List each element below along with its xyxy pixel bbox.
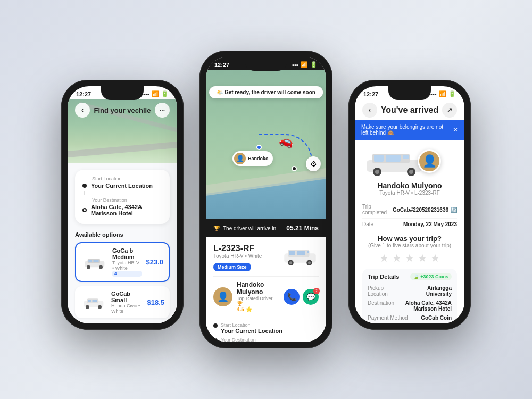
warning-text-3: Make sure your belongings are not left b… <box>361 124 450 136</box>
dest-label-2: Your Destination <box>221 337 315 342</box>
driver-details-2: Handoko Mulyono Top Rated Driver 🏆 4.5 ⭐ <box>237 281 279 312</box>
driver-toast-2: 🌤️ Get ready, the driver will come soon <box>209 86 323 98</box>
share-button-3[interactable]: ↗ <box>442 103 457 118</box>
medium-badge-2: Medium Size <box>213 263 251 271</box>
map-area-1: ‹ Find your vechile ··· <box>68 99 177 163</box>
pickup-val-3: Airlangga University <box>403 285 452 297</box>
driver-map-name: Handoko <box>248 156 269 161</box>
car-option-2[interactable]: GoCab Small Honda Civic • White $18.5 <box>75 286 170 318</box>
pickup-label-3: Pickup Location <box>368 285 403 297</box>
star-5[interactable]: ★ <box>430 252 440 264</box>
status-icons-2: ▪▪▪ 📶 🔋 <box>292 61 318 68</box>
dest-label-3: Destination <box>368 300 394 312</box>
stars-3: ★ ★ ★ ★ ★ <box>362 252 457 264</box>
payment-val-3: GoCab Coin <box>421 315 452 321</box>
status-time-1: 12:27 <box>76 91 91 97</box>
driver-avatar-big-2: 👤 <box>213 287 232 306</box>
svg-rect-5 <box>94 260 99 262</box>
message-button-2[interactable]: 💬 2 <box>303 289 319 305</box>
driver-hero-avatar-3: 👤 <box>418 149 441 173</box>
battery-icon-2: 🔋 <box>310 61 318 68</box>
driver-actions-2: 📞 💬 2 <box>284 289 319 305</box>
car-1-info: GoCa b Medium Toyota HR-V • White 4 <box>112 247 142 277</box>
back-button-3[interactable]: ‹ <box>362 103 377 118</box>
wifi-icon-1: 📶 <box>152 90 159 97</box>
content-1: Start Location Your Current Location You… <box>68 163 177 323</box>
trip-id-block-3[interactable]: GoCab#220520231636 🔄 <box>393 207 457 213</box>
phone-driver-coming: 12:27 ▪▪▪ 📶 🔋 🌤️ Get ready, the driver w… <box>200 51 332 348</box>
start-value-1: Your Current Location <box>91 182 153 189</box>
warning-close-3[interactable]: ✕ <box>453 126 458 134</box>
phone-arrived: 12:27 ▪▪▪ 📶 🔋 ‹ You've arrived ↗ Make su… <box>348 80 471 330</box>
arrival-left-2: 🏆 The driver will arrive in <box>213 226 276 231</box>
car-1-name: GoCa b Medium <box>112 247 142 260</box>
driver-name-2: Handoko Mulyono <box>237 281 279 296</box>
car-img-1 <box>81 254 108 270</box>
dest-label-1: Your Destination <box>92 197 162 203</box>
car-2-name: GoCab Small <box>111 290 143 303</box>
status-icons-1: ▪▪▪ 📶 🔋 <box>143 90 169 97</box>
svg-point-8 <box>86 305 89 309</box>
car-1-badge: 4 <box>112 271 142 277</box>
start-dot-1 <box>82 184 87 188</box>
svg-rect-11 <box>93 300 97 302</box>
start-loc-2: Start Location Your Current Location <box>213 322 319 334</box>
driver-avatar-map-2: 👤 Handoko <box>232 151 273 166</box>
back-button-1[interactable]: ‹ <box>75 103 90 118</box>
car-img-2 <box>80 294 107 310</box>
star-1[interactable]: ★ <box>379 252 389 264</box>
options-title-1: Available options <box>75 231 170 238</box>
arrived-title-3: You've arrived <box>381 105 438 115</box>
svg-rect-19 <box>297 251 305 255</box>
trip-id-val-3: GoCab#220520231636 <box>393 207 448 213</box>
svg-point-24 <box>375 170 379 174</box>
menu-button-1[interactable]: ··· <box>155 103 170 118</box>
phone-1-screen: 12:27 ▪▪▪ 📶 🔋 ‹ Find your vechile ··· St… <box>68 86 177 323</box>
svg-point-2 <box>87 265 90 269</box>
trip-completed-label-3: Trip completed <box>362 204 393 215</box>
driver-car-3: Toyota HR-V • L-2323-RF <box>362 190 457 196</box>
trophy-icon-2: 🏆 <box>213 226 220 231</box>
car-2-info: GoCab Small Honda Civic • White <box>111 290 143 314</box>
msg-badge-2: 2 <box>313 288 320 294</box>
rating-section-3: How was your trip? (Give 1 to five stars… <box>362 230 457 269</box>
refresh-icon-3: 🔄 <box>451 207 457 213</box>
car-option-1[interactable]: GoCa b Medium Toyota HR-V • White 4 $23.… <box>75 242 170 282</box>
svg-rect-20 <box>307 251 309 253</box>
svg-point-9 <box>98 305 102 309</box>
start-block-2: Start Location Your Current Location <box>221 322 282 334</box>
driver-row-2: 👤 Handoko Mulyono Top Rated Driver 🏆 4.5… <box>213 276 319 317</box>
star-3[interactable]: ★ <box>405 252 414 264</box>
phone-3-screen: 12:27 ▪▪▪ 📶 🔋 ‹ You've arrived ↗ Make su… <box>355 86 464 323</box>
svg-point-16 <box>289 261 292 264</box>
driver-tag-2: Top Rated Driver 🏆 <box>237 296 279 306</box>
start-label-1: Start Location <box>92 176 162 181</box>
vehicle-id-2: L-2323-RF <box>213 244 262 253</box>
star-4[interactable]: ★ <box>418 252 427 264</box>
location-card-1: Start Location Your Current Location You… <box>75 170 170 224</box>
driver-name-3: Handoko Mulyono <box>362 181 457 190</box>
start-row-1: Your Current Location <box>82 182 162 189</box>
signal-icon-2: ▪▪▪ <box>292 62 298 68</box>
driver-rating-2: 4.5 ⭐ <box>237 306 279 312</box>
warning-banner-3: Make sure your belongings are not left b… <box>355 120 464 140</box>
status-time-2: 12:27 <box>214 62 229 68</box>
start-label-2: Start Location <box>221 322 282 328</box>
page-title-1: Find your vechile <box>94 106 151 114</box>
date-row-3: Date Monday, 22 May 2023 <box>362 219 457 230</box>
status-time-3: 12:27 <box>363 91 378 97</box>
car-2-sub: Honda Civic • White <box>111 303 143 314</box>
star-2[interactable]: ★ <box>392 252 402 264</box>
dest-row-3: Destination Aloha Cafe, 4342A Marisson H… <box>368 298 452 313</box>
start-val-2: Your Current Location <box>221 328 282 334</box>
car-driver-hero-3: 👤 <box>362 145 457 177</box>
start-dot-2 <box>213 323 218 328</box>
trip-details-section-3: Trip Details 🍃 +3023 Coins Pickup Locati… <box>362 269 457 323</box>
map-road-1 <box>68 142 177 157</box>
phone-notch-2 <box>245 57 287 71</box>
vehicle-row-2: L-2323-RF Toyota HR-V • White Medium Siz… <box>213 244 319 271</box>
car-1-price: $23.0 <box>146 258 163 266</box>
dest-loc-2: Your Destination Aloha Cafe, 4342A Maris… <box>213 337 319 342</box>
settings-btn-map[interactable]: ⚙ <box>306 156 321 171</box>
call-button-2[interactable]: 📞 <box>284 289 300 305</box>
